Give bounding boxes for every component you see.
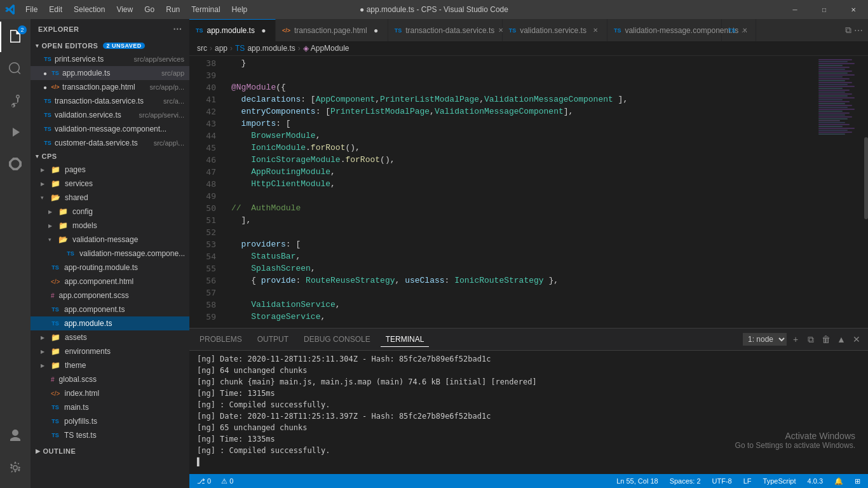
tab-validation-message-comp[interactable]: TS validation-message.component.ts ✕: [607, 19, 722, 41]
spaces-status[interactable]: Spaces: 2: [667, 477, 703, 485]
minimize-button[interactable]: ─: [780, 0, 810, 19]
tab-transaction-page[interactable]: </> transaction.page.html ●: [276, 19, 388, 41]
scss-icon: #: [51, 292, 55, 299]
maximize-button[interactable]: □: [810, 0, 839, 19]
cursor-position-status[interactable]: Ln 55, Col 18: [614, 477, 660, 485]
delete-terminal-button[interactable]: 🗑: [820, 333, 832, 346]
file-test-ts[interactable]: TS TS test.ts: [31, 428, 189, 442]
version-status[interactable]: 4.0.3: [805, 477, 825, 485]
breadcrumb-app[interactable]: app: [215, 44, 227, 53]
menu-selection[interactable]: Selection: [69, 3, 110, 17]
split-terminal-button[interactable]: ⧉: [804, 333, 817, 346]
outline-header[interactable]: ▶ OUTLINE: [31, 445, 189, 458]
notifications-status[interactable]: 🔔: [832, 477, 846, 485]
cps-header[interactable]: ▾ CPS: [31, 150, 189, 163]
tab-ts[interactable]: TS …: [722, 19, 757, 41]
errors-warnings-status[interactable]: ⚠ 0: [219, 477, 236, 485]
ts-tab-icon: TS: [728, 27, 736, 34]
open-file-transaction-data[interactable]: TS transaction-data.service.ts src/a...: [31, 94, 189, 108]
open-file-validation-message-comp[interactable]: TS validation-message.component...: [31, 122, 189, 136]
breadcrumb: src › app › TS app.module.ts › ◈ AppModu…: [189, 41, 868, 56]
tab-problems[interactable]: PROBLEMS: [194, 332, 247, 346]
file-global-scss[interactable]: # global.scss: [31, 372, 189, 386]
errors-text: 0: [229, 477, 233, 485]
menu-edit[interactable]: Edit: [44, 3, 67, 17]
close-button[interactable]: ✕: [839, 0, 868, 19]
folder-assets[interactable]: ▶ 📁 assets: [31, 330, 189, 344]
open-editors-header[interactable]: ▾ OPEN EDITORS 2 UNSAVED: [31, 39, 189, 52]
folder-validation-message[interactable]: ▾ 📂 validation-message: [31, 233, 189, 247]
activity-source-control[interactable]: [0, 85, 31, 116]
folder-label: pages: [65, 165, 86, 174]
tab-app-module[interactable]: TS app.module.ts ●: [189, 19, 276, 41]
remote-status[interactable]: ⊞: [852, 477, 863, 485]
file-polyfills-ts[interactable]: TS polyfills.ts: [31, 414, 189, 428]
activity-extensions[interactable]: [0, 149, 31, 179]
git-branch-status[interactable]: ⎇ 0: [194, 477, 214, 485]
activity-search[interactable]: [0, 53, 31, 84]
split-editor-button[interactable]: ⧉: [845, 25, 851, 36]
folder-config[interactable]: ▶ 📁 config: [31, 205, 189, 219]
breadcrumb-file[interactable]: app.module.ts: [247, 44, 295, 53]
menu-view[interactable]: View: [111, 3, 138, 17]
file-app-component-ts[interactable]: TS app.component.ts: [31, 302, 189, 316]
open-file-validation-service[interactable]: TS validation.service.ts src/app/servi..…: [31, 108, 189, 122]
file-label: global.scss: [59, 375, 97, 384]
terminal-selector[interactable]: 1: node: [743, 333, 787, 346]
folder-open-icon: 📂: [58, 235, 68, 244]
maximize-panel-button[interactable]: ▲: [835, 333, 848, 346]
tab-close-button[interactable]: ✕: [590, 25, 600, 36]
file-validation-message-comp[interactable]: TS validation-message.compone...: [31, 247, 189, 261]
tab-close-button[interactable]: …: [739, 25, 749, 36]
activity-run[interactable]: [0, 117, 31, 147]
file-main-ts[interactable]: TS main.ts: [31, 400, 189, 414]
folder-theme[interactable]: ▶ 📁 theme: [31, 358, 189, 372]
file-app-component-html[interactable]: </> app.component.html: [31, 274, 189, 288]
activity-explorer[interactable]: 2: [0, 22, 31, 52]
menu-go[interactable]: Go: [139, 3, 159, 17]
open-file-app-module[interactable]: ● TS app.module.ts src/app: [31, 66, 189, 80]
new-file-button[interactable]: ⋯: [173, 24, 182, 34]
folder-models[interactable]: ▶ 📁 models: [31, 219, 189, 233]
tab-modified-dot[interactable]: ●: [259, 25, 269, 36]
code-content[interactable]: } @NgModule({ declarations: [AppComponen…: [221, 56, 817, 328]
open-file-customer-data[interactable]: TS customer-data.service.ts src/app\...: [31, 136, 189, 150]
menu-terminal[interactable]: Terminal: [186, 3, 225, 17]
activity-settings[interactable]: [0, 452, 31, 483]
folder-shared[interactable]: ▾ 📂 shared: [31, 191, 189, 205]
encoding-status[interactable]: UTF-8: [710, 477, 735, 485]
terminal-line: [ng] 65 unchanged chunks: [197, 422, 860, 433]
activity-accounts[interactable]: [0, 421, 31, 451]
tab-modified-dot[interactable]: ●: [371, 25, 381, 36]
tab-debug-console[interactable]: DEBUG CONSOLE: [299, 332, 376, 346]
chevron-right-icon: ▶: [48, 223, 56, 229]
ts-tab-icon: TS: [509, 27, 517, 34]
open-file-print-service[interactable]: TS print.service.ts src/app/services: [31, 52, 189, 66]
more-actions-button[interactable]: ⋯: [854, 25, 863, 36]
folder-pages[interactable]: ▶ 📁 pages: [31, 163, 189, 177]
tab-transaction-data-service[interactable]: TS transaction-data.service.ts ✕: [388, 19, 503, 41]
close-panel-button[interactable]: ✕: [850, 333, 863, 346]
tab-validation-service[interactable]: TS validation.service.ts ✕: [503, 19, 607, 41]
open-file-transaction-page[interactable]: ● </> transaction.page.html src/app/p...: [31, 80, 189, 94]
file-app-routing[interactable]: TS app-routing.module.ts: [31, 261, 189, 274]
tab-terminal[interactable]: TERMINAL: [381, 332, 430, 347]
language-status[interactable]: TypeScript: [761, 477, 799, 485]
menu-help[interactable]: Help: [227, 3, 253, 17]
tab-output[interactable]: OUTPUT: [252, 332, 294, 346]
breadcrumb-src[interactable]: src: [197, 44, 207, 53]
menu-file[interactable]: File: [20, 3, 43, 17]
folder-label: shared: [65, 193, 88, 202]
terminal-content[interactable]: [ng] Date: 2020-11-28T11:25:11.304Z - Ha…: [189, 351, 868, 474]
add-terminal-button[interactable]: +: [789, 333, 802, 346]
ts-icon: TS: [51, 432, 60, 438]
file-app-module[interactable]: TS app.module.ts: [31, 316, 189, 330]
file-app-component-scss[interactable]: # app.component.scss: [31, 288, 189, 302]
folder-environments[interactable]: ▶ 📁 environments: [31, 344, 189, 358]
eol-status[interactable]: LF: [741, 477, 754, 485]
breadcrumb-symbol[interactable]: ◈ AppModule: [303, 44, 349, 53]
file-name: customer-data.service.ts: [55, 139, 149, 147]
file-index-html[interactable]: </> index.html: [31, 386, 189, 400]
menu-run[interactable]: Run: [161, 3, 185, 17]
folder-services[interactable]: ▶ 📁 services: [31, 177, 189, 191]
